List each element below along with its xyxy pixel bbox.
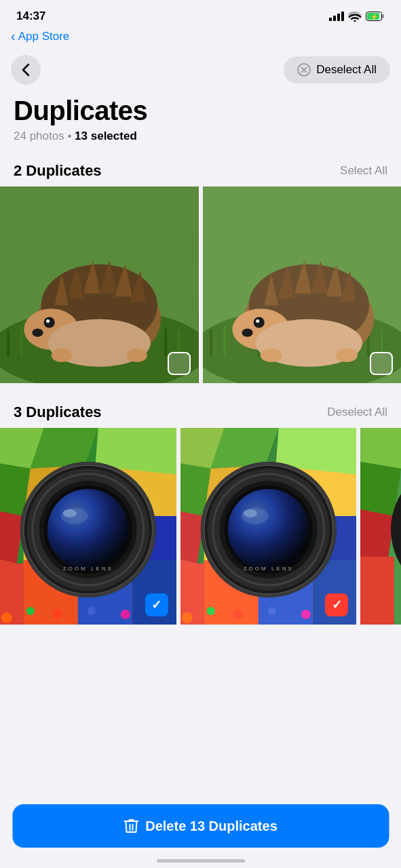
deselect-all-button[interactable]: Deselect All [284,56,390,83]
svg-point-20 [52,349,72,362]
svg-rect-115 [360,557,394,625]
status-time: 14:37 [16,9,45,23]
svg-point-98 [301,610,310,619]
selected-count: 13 selected [75,130,137,142]
back-chevron-icon [22,63,30,77]
signal-icon [329,12,344,21]
svg-rect-1 [382,14,384,18]
select-all-button[interactable]: Select All [340,164,387,178]
duplicates-2-grid [0,186,401,383]
section-2-title: 3 Duplicates [14,403,102,421]
svg-point-94 [181,612,192,623]
svg-point-34 [256,319,259,323]
dot-separator: • [67,130,75,142]
nav-bar: Deselect All [0,50,401,90]
svg-rect-25 [223,326,225,357]
delete-button[interactable]: Delete 13 Duplicates [12,804,389,848]
section-2-header: 3 Duplicates Deselect All [0,394,401,428]
checkbox-2[interactable] [370,352,393,375]
svg-point-38 [335,349,357,362]
svg-point-59 [1,612,12,623]
page-title: Duplicates [14,96,387,125]
section-3-duplicates: 3 Duplicates Deselect All [0,394,401,635]
svg-point-96 [233,610,242,619]
chevron-left-icon: ‹ [11,28,16,44]
svg-rect-7 [7,330,9,357]
svg-point-62 [88,607,96,615]
home-indicator [157,859,245,863]
trash-icon [123,818,138,834]
svg-point-37 [260,349,282,362]
status-bar: 14:37 ⚡ [0,0,401,27]
svg-point-33 [253,317,264,328]
wifi-icon [348,12,362,22]
svg-rect-24 [210,330,212,357]
x-circle-icon [297,63,311,77]
svg-point-70 [47,489,129,570]
svg-point-21 [127,349,147,362]
duplicates-3-grid: ZOOM LENS [0,428,401,625]
section-1-title: 2 Duplicates [14,162,102,180]
svg-point-35 [242,329,252,337]
svg-rect-8 [20,326,22,357]
svg-point-107 [243,509,256,517]
app-store-nav: ‹ App Store [0,27,401,50]
section-2-duplicates: 2 Duplicates Select All [0,153,401,394]
checkbox-camera-2[interactable] [325,593,348,616]
photos-count: 24 photos [14,130,64,142]
svg-point-61 [53,610,62,619]
status-icons: ⚡ [329,12,385,22]
camera-image-3-partial [360,428,401,625]
checkbox-camera-1[interactable] [145,593,168,616]
delete-label: Delete 13 Duplicates [145,818,278,834]
svg-point-95 [206,607,214,615]
app-store-label: App Store [18,30,70,43]
photo-item-hedgehog-2[interactable] [203,186,402,383]
svg-text:ZOOM LENS: ZOOM LENS [63,566,113,572]
svg-point-16 [44,317,55,328]
svg-point-60 [26,607,35,615]
svg-rect-9 [164,328,167,357]
svg-point-97 [267,607,275,615]
page-subtitle: 24 photos • 13 selected [14,130,387,143]
photo-item-camera-3-partial[interactable] [360,428,401,625]
checkbox-1[interactable] [168,352,191,375]
svg-marker-112 [360,428,401,469]
battery-icon: ⚡ [366,12,385,21]
photo-item-camera-1[interactable]: ZOOM LENS [0,428,176,625]
svg-point-105 [227,489,309,570]
svg-point-72 [63,509,77,517]
back-button[interactable] [11,55,41,85]
photo-item-camera-2[interactable]: ZOOM LENS [180,428,357,625]
deselect-all-button[interactable]: Deselect All [327,406,387,419]
svg-point-63 [121,610,130,619]
app-store-back-button[interactable]: ‹ App Store [11,28,390,44]
svg-point-18 [32,329,43,337]
deselect-all-label: Deselect All [316,63,377,77]
page-header: Duplicates 24 photos • 13 selected [0,90,401,153]
svg-text:⚡: ⚡ [370,13,379,21]
section-1-header: 2 Duplicates Select All [0,153,401,186]
photo-item-hedgehog-1[interactable] [0,186,199,383]
svg-text:ZOOM LENS: ZOOM LENS [243,566,293,572]
delete-bar: Delete 13 Duplicates [12,804,389,848]
svg-point-17 [46,319,50,323]
